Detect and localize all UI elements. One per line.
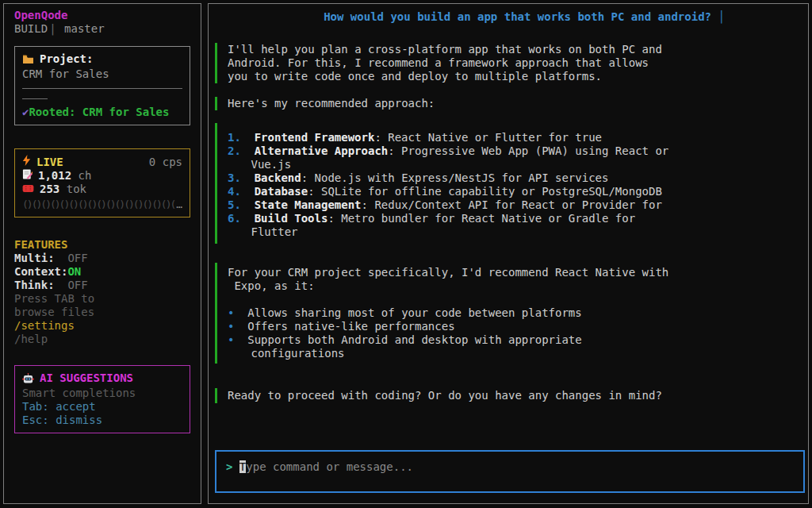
live-stats-box: LIVE 0 cps 1,012 ch 253 tok ()()()()()()… <box>14 148 190 217</box>
features-heading: FEATURES <box>14 238 190 252</box>
settings-command[interactable]: /settings <box>14 319 190 333</box>
tab-hint-line2: browse files <box>14 306 190 319</box>
bullet-item: •Allows sharing most of your code betwee… <box>228 306 808 320</box>
user-message: How would you build an app that works bo… <box>209 10 808 24</box>
project-rooted-status: ✔Rooted: CRM for Sales <box>22 106 182 119</box>
input-placeholder: ype command or message... <box>246 460 413 473</box>
memo-icon <box>22 169 33 183</box>
list-item: 2.Alternative Approach: Progressive Web … <box>228 144 808 158</box>
app-title: OpenQode <box>14 9 190 22</box>
toggle-think[interactable]: Think: OFF <box>14 279 190 292</box>
assistant-paragraph-intro: I'll help you plan a cross-platform app … <box>215 43 808 83</box>
bullet-item: •Offers native-like performances <box>228 320 808 333</box>
assistant-paragraph-approach: Here's my recommended approach: <box>215 97 808 110</box>
bullet-item: •Supports both Android and desktop with … <box>228 333 808 347</box>
tab-hint-line1: Press TAB to <box>14 292 190 306</box>
ai-suggestions-box: AI SUGGESTIONS Smart completions Tab: ac… <box>14 365 190 433</box>
subtitle-divider: | <box>48 22 57 35</box>
list-item-continuation: Flutter <box>228 225 808 239</box>
tokens-unit: tok <box>59 183 86 196</box>
zap-icon <box>22 155 31 169</box>
list-item-continuation: Vue.js <box>228 158 808 171</box>
bullet-item-continuation: configurations <box>228 347 808 360</box>
project-divider-short <box>22 98 48 99</box>
sidebar-panel: OpenQode BUILD| master Project: CRM for … <box>3 3 201 504</box>
features-section: FEATURES Multi: OFF Context:ON Think: OF… <box>14 238 190 346</box>
esc-dismiss-hint: Esc: dismiss <box>22 414 182 427</box>
toggle-multi[interactable]: Multi: OFF <box>14 252 190 265</box>
list-item: 6.Build Tools: Metro bundler for React N… <box>228 212 808 225</box>
ai-subheading: Smart completions <box>22 387 182 400</box>
chat-panel: How would you build an app that works bo… <box>208 3 809 504</box>
list-item: 1.Frontend Framework: React Native or Fl… <box>228 131 808 144</box>
help-command[interactable]: /help <box>14 333 190 346</box>
command-input[interactable]: >Type command or message... <box>215 450 805 493</box>
tokens-value: 253 <box>40 183 59 196</box>
project-divider <box>22 88 182 89</box>
build-mode-label: BUILD <box>14 22 48 35</box>
list-item: 4.Database: SQLite for offline capabilit… <box>228 185 808 198</box>
rooted-label: Rooted: CRM for Sales <box>29 106 169 118</box>
chars-value: 1,012 <box>38 169 71 183</box>
project-label: Project: <box>40 52 93 65</box>
assistant-recommendation-block: For your CRM project specifically, I'd r… <box>215 263 808 364</box>
ai-suggestions-heading: AI SUGGESTIONS <box>40 371 133 384</box>
cps-value: 0 cps <box>149 156 182 169</box>
prompt-chevron: > <box>226 460 232 473</box>
assistant-numbered-list: 1.Frontend Framework: React Native or Fl… <box>215 123 808 244</box>
list-item: 5.State Management: Redux/Context API fo… <box>228 198 808 212</box>
robot-icon <box>22 373 34 387</box>
activity-sparkline: ()()()()()()()()()()()()()()()()()()()()… <box>22 198 182 211</box>
live-label: LIVE <box>36 156 63 169</box>
ticket-icon <box>22 183 34 196</box>
git-branch-label: master <box>64 22 105 35</box>
folder-icon <box>22 54 34 67</box>
project-name: CRM for Sales <box>22 67 182 81</box>
app-subtitle: BUILD| master <box>14 22 190 36</box>
list-item: 3.Backend: Node.js with Express/NestJS f… <box>228 171 808 185</box>
chars-unit: ch <box>71 169 91 183</box>
project-box: Project: CRM for Sales ✔Rooted: CRM for … <box>14 46 190 125</box>
question-cursor: │ <box>718 10 724 23</box>
toggle-context[interactable]: Context:ON <box>14 265 190 279</box>
assistant-closing-question: Ready to proceed with coding? Or do you … <box>215 388 808 403</box>
tab-accept-hint: Tab: accept <box>22 400 182 414</box>
